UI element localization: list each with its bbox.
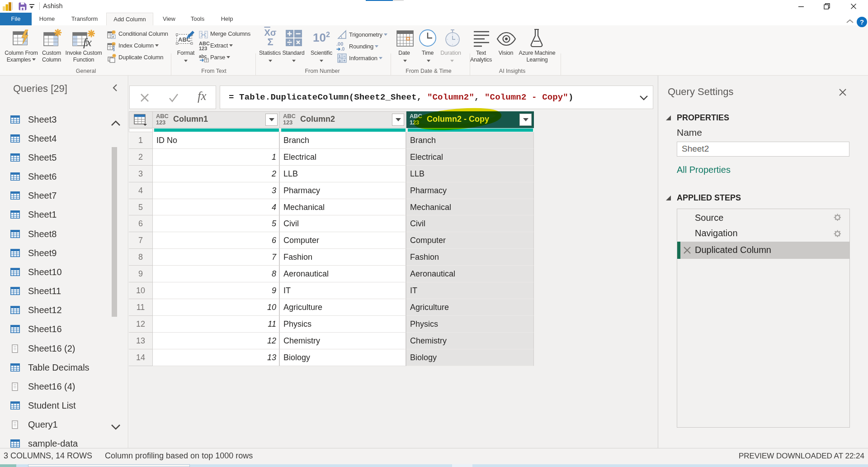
svg-text:abc: abc	[199, 54, 207, 59]
svg-text:−: −	[343, 54, 345, 58]
svg-text:3: 3	[339, 59, 341, 63]
svg-text:+: +	[343, 58, 345, 63]
svg-text:3: 3	[113, 48, 115, 51]
svg-text:≠: ≠	[112, 35, 114, 39]
svg-text:fx: fx	[83, 36, 92, 49]
svg-text:1: 1	[339, 54, 341, 58]
